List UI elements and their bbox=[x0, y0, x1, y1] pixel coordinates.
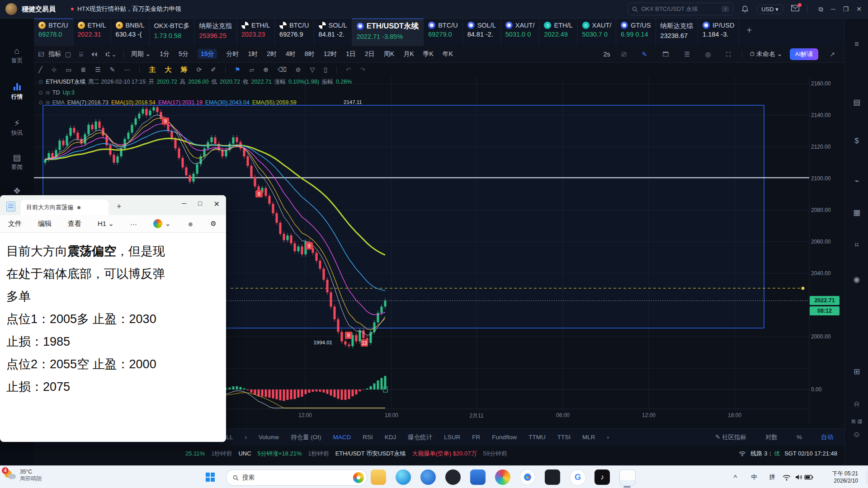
more-tools-icon[interactable]: ⋯ bbox=[124, 66, 130, 73]
draw-pencil-icon[interactable]: ✎ bbox=[642, 51, 647, 58]
feedback-smiley-icon[interactable]: ☺ bbox=[845, 430, 868, 439]
period-12时[interactable]: 12时 bbox=[324, 50, 337, 57]
settings-gear-icon[interactable]: ⚙ bbox=[210, 220, 216, 228]
notepad-new-tab-button[interactable]: + bbox=[117, 202, 122, 211]
chart-option-自动[interactable]: 自动 bbox=[821, 433, 833, 441]
notepad-titlebar[interactable]: 目前大方向震荡偏 + ─ □ ✕ bbox=[0, 195, 226, 215]
link-icon[interactable]: ⊘ bbox=[296, 66, 301, 73]
funnel-icon[interactable]: ▽ bbox=[310, 66, 315, 73]
notepad-tab[interactable]: 目前大方向震荡偏 bbox=[21, 200, 108, 215]
period-1日[interactable]: 1日 bbox=[346, 50, 356, 57]
taskbar-app-globe[interactable] bbox=[420, 469, 436, 485]
share-icon[interactable]: ↗ bbox=[830, 51, 835, 58]
ruler-icon[interactable]: ▱ bbox=[249, 66, 254, 73]
sidebar-item-首页[interactable]: ⌂首页 bbox=[0, 46, 34, 65]
notepad-minimize-button[interactable]: ─ bbox=[182, 200, 186, 208]
chart-option-对数[interactable]: 对数 bbox=[765, 433, 778, 441]
sidebar-item-快讯[interactable]: ⚡快讯 bbox=[0, 118, 34, 137]
notepad-maximize-button[interactable]: □ bbox=[198, 200, 202, 208]
rows-tool-icon[interactable]: ☰ bbox=[95, 66, 101, 73]
undo-icon[interactable]: ↶ bbox=[346, 66, 351, 73]
large-view-button[interactable]: 大 bbox=[165, 66, 171, 74]
period-季K[interactable]: 季K bbox=[423, 50, 434, 57]
taskbar-app-shield[interactable] bbox=[470, 469, 486, 485]
period-8时[interactable]: 8时 bbox=[305, 50, 315, 57]
add-ticker-button[interactable]: + bbox=[739, 18, 759, 46]
taskbar-app-bird[interactable] bbox=[445, 469, 461, 485]
indicator-icon[interactable]: 🗠 bbox=[38, 51, 44, 58]
status-item[interactable]: UNC bbox=[238, 450, 251, 457]
status-item[interactable]: 59分钟前 bbox=[483, 450, 507, 458]
bookmark-icon[interactable]: ⚑ bbox=[235, 66, 241, 73]
trend-icon[interactable]: ⌁ bbox=[845, 176, 868, 186]
period-1分[interactable]: 1分 bbox=[160, 50, 170, 57]
candle-style-icon[interactable]: ⑆ ⌄ bbox=[106, 51, 117, 58]
sidebar-item-行情[interactable]: 行情 bbox=[0, 82, 34, 101]
menu-file[interactable]: 文件 bbox=[8, 220, 22, 228]
notification-bell-icon[interactable] bbox=[741, 5, 749, 13]
cross-tool-icon[interactable]: ⊹ bbox=[51, 66, 57, 73]
notepad-text-area[interactable]: 目前大方向震荡偏空，但是现 在处于箱体底部，可以博反弹 多单 点位1：2005多… bbox=[0, 233, 226, 405]
alert-bell-icon[interactable]: ⍾ bbox=[845, 399, 868, 408]
period-5分[interactable]: 5分 bbox=[179, 50, 189, 57]
ai-analyze-button[interactable]: AI解读 bbox=[790, 48, 819, 60]
start-button[interactable] bbox=[206, 473, 215, 482]
taskbar-app-google[interactable]: G bbox=[570, 469, 586, 486]
avatar[interactable] bbox=[5, 3, 17, 15]
indicator-tab-TTMU[interactable]: TTMU bbox=[528, 434, 546, 441]
ticker-tab[interactable]: BTC/U69279.0 bbox=[424, 18, 463, 46]
indicator-tab-Volume[interactable]: Volume bbox=[259, 434, 279, 441]
tabs-scroll-right[interactable]: › bbox=[607, 434, 609, 441]
menu-more[interactable]: ··· bbox=[130, 220, 137, 228]
cycle-dropdown[interactable]: 周期 ⌄ bbox=[131, 50, 151, 58]
list-settings-icon[interactable]: ☰ bbox=[684, 51, 690, 58]
ticker-tab[interactable]: SOL/L84.81 -2. bbox=[463, 18, 501, 46]
taskbar-app-tiktok[interactable]: ♪ bbox=[594, 469, 610, 485]
close-button[interactable]: ✕ bbox=[856, 5, 862, 13]
taskbar-app-notepad[interactable] bbox=[619, 469, 636, 486]
ticker-tab[interactable]: BNB/L630.43 -( bbox=[111, 18, 150, 46]
line-label[interactable]: 线路 3： bbox=[750, 450, 773, 458]
ai-robot-icon[interactable]: ◉ bbox=[845, 275, 868, 284]
indicator-tab-KDJ[interactable]: KDJ bbox=[385, 434, 396, 441]
watchlist-icon[interactable]: ▤ bbox=[845, 98, 868, 107]
minimize-button[interactable]: ─ bbox=[831, 5, 835, 13]
ticker-tab[interactable]: SOL/L84.81 -2. bbox=[314, 18, 352, 46]
monitor-icon[interactable]: ⌗ bbox=[845, 240, 868, 249]
period-15分[interactable]: 15分 bbox=[198, 49, 217, 59]
popout-icon[interactable]: ⧉ bbox=[819, 5, 823, 13]
search-input[interactable]: OKX BTC/USDT 永续 / bbox=[628, 3, 733, 15]
ticker-tab[interactable]: IP/USD1.184 -3. bbox=[698, 18, 739, 46]
show-desktop-button[interactable] bbox=[867, 470, 867, 484]
indicator-tab-Fundflow[interactable]: Fundflow bbox=[492, 434, 517, 441]
compare-icon[interactable]: ⌸ bbox=[79, 51, 83, 58]
taskbar-app-cam[interactable] bbox=[545, 469, 560, 485]
announcement-text[interactable]: HTX现货行情补贴，百万美金助力申领 bbox=[77, 5, 181, 13]
indicator-tab-MLR[interactable]: MLR bbox=[582, 434, 595, 441]
lines-tool-icon[interactable]: ≣ bbox=[80, 66, 86, 73]
ticker-tab[interactable]: BTC/U69278.0 bbox=[34, 18, 73, 46]
indicator-tab-LSUR[interactable]: LSUR bbox=[444, 434, 460, 441]
ticker-tab[interactable]: ETH/L2022.49 bbox=[539, 18, 577, 46]
chart-option-社区指标[interactable]: ✎ 社区指标 bbox=[715, 433, 746, 441]
weather-widget[interactable]: 4 35°C局部晴朗 bbox=[5, 469, 42, 482]
status-item[interactable]: ETH/USDT 币安USDT永续 bbox=[335, 450, 406, 458]
layout-name-dropdown[interactable]: ⏱ 未命名 ⌄ bbox=[750, 50, 782, 58]
ticker-tab[interactable]: XAUT/5030.7 0 bbox=[578, 18, 617, 46]
ticker-tab[interactable]: 纳斯达克综23238.67 bbox=[656, 18, 698, 46]
status-item[interactable]: 1秒钟前 bbox=[211, 450, 232, 458]
swap-icon[interactable]: ⟳ bbox=[196, 66, 202, 73]
taskbar-app-folder[interactable] bbox=[371, 469, 386, 485]
status-item[interactable]: 5分钟涨+18.21% bbox=[258, 450, 302, 458]
ticker-tab[interactable]: OKX-BTC多1.73 0.58 bbox=[150, 18, 195, 46]
comment-icon[interactable]: 🗔 bbox=[662, 51, 669, 58]
apps-grid-icon[interactable]: ⊞ bbox=[845, 367, 868, 376]
zoom-in-icon[interactable]: ⊕ bbox=[263, 66, 269, 73]
menu-edit[interactable]: 编辑 bbox=[38, 220, 52, 228]
taskbar-app-chrome[interactable] bbox=[520, 469, 535, 485]
taskbar-clock[interactable]: 下午 05:212026/2/10 bbox=[832, 470, 858, 484]
tabs-scroll-left[interactable]: › bbox=[245, 434, 247, 441]
edit-icon[interactable]: ✐ bbox=[211, 66, 216, 73]
account-icon[interactable]: ☻ bbox=[187, 220, 194, 228]
sidebar-item-要闻[interactable]: ▤要闻 bbox=[0, 153, 34, 171]
